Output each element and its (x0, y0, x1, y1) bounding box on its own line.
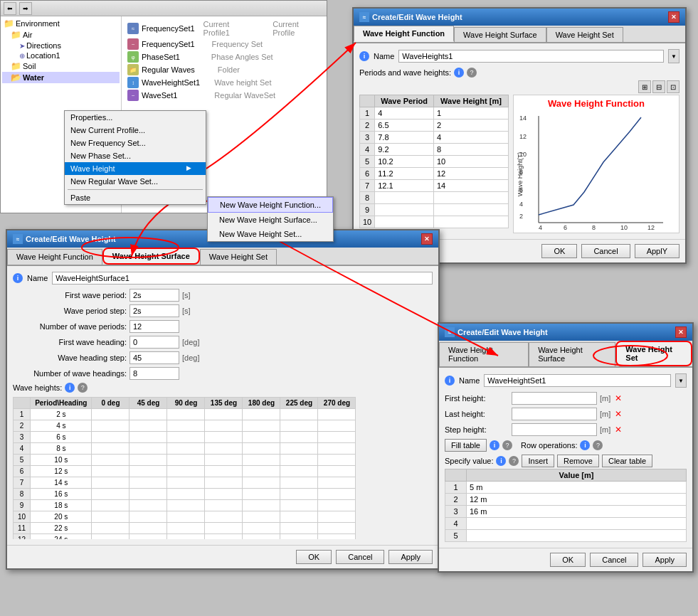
ctx-properties[interactable]: Properties... (65, 111, 206, 124)
val-input[interactable] (322, 422, 351, 430)
val-input[interactable] (285, 445, 313, 452)
val-input[interactable] (134, 456, 162, 464)
period-cell[interactable] (375, 168, 434, 180)
val-cell-6[interactable] (318, 466, 356, 477)
val-input[interactable] (209, 524, 238, 532)
val-cell-4[interactable] (243, 523, 280, 534)
val-cell-1[interactable] (129, 420, 167, 432)
val-input[interactable] (134, 422, 162, 430)
tab-whs-function[interactable]: Wave Height Function (7, 249, 102, 265)
period-cell[interactable] (375, 132, 434, 144)
tree-right-current-profile[interactable]: ≈ FrequencySet1 Current Profile1 Current… (125, 19, 324, 38)
val-input[interactable] (134, 524, 162, 532)
ctx-new-phase[interactable]: New Phase Set... (65, 149, 206, 162)
val-cell-0[interactable] (92, 443, 129, 455)
tbl-icon-3[interactable]: ⊡ (667, 80, 680, 93)
val-cell-3[interactable] (205, 489, 243, 500)
wset-remove-btn[interactable]: Remove (557, 455, 599, 467)
val-input[interactable] (96, 433, 125, 441)
val-input[interactable] (285, 422, 313, 430)
val-cell-4[interactable] (243, 500, 280, 511)
val-cell-6[interactable] (318, 443, 356, 455)
val-input[interactable] (285, 513, 313, 521)
period-input[interactable] (378, 157, 421, 166)
tab-wave-height-surface[interactable]: Wave Height Surface (454, 27, 546, 42)
val-input[interactable] (209, 479, 238, 487)
val-cell-3[interactable] (205, 500, 243, 511)
period-input[interactable] (378, 145, 421, 154)
val-cell-0[interactable] (92, 409, 129, 420)
val-cell-5[interactable] (280, 420, 318, 432)
wset-step-height-input[interactable] (512, 423, 597, 436)
val-cell-5[interactable] (280, 466, 318, 477)
tab-wset-set[interactable]: Wave Height Set (615, 341, 692, 366)
tab-wset-function[interactable]: Wave Height Function (439, 342, 529, 366)
tree-item-soil[interactable]: 📁 Soil (2, 60, 120, 72)
val-cell-2[interactable] (167, 477, 205, 489)
val-cell-5[interactable] (280, 443, 318, 455)
val-cell-6[interactable] (318, 455, 356, 466)
val-cell-5[interactable] (280, 511, 318, 523)
period-cell[interactable] (375, 107, 434, 120)
wset-name-input[interactable] (484, 374, 671, 387)
ctx-sub-new-set[interactable]: New Wave Height Set... (208, 227, 333, 241)
period-input[interactable] (378, 121, 421, 129)
val-cell-0[interactable] (92, 477, 129, 489)
val-cell-1[interactable] (129, 489, 167, 500)
val-cell-2[interactable] (167, 420, 205, 432)
val-input[interactable] (322, 467, 351, 475)
val-cell-4[interactable] (243, 443, 280, 455)
val-input[interactable] (247, 456, 275, 464)
tab-wave-height-function[interactable]: Wave Height Function (354, 26, 454, 42)
height-cell[interactable] (433, 216, 508, 228)
dlg-whs-close[interactable]: ✕ (421, 233, 433, 245)
height-cell[interactable] (433, 204, 508, 216)
toolbar-btn-2[interactable]: ➡ (19, 2, 32, 15)
val-input[interactable] (134, 490, 162, 498)
val-cell-3[interactable] (205, 409, 243, 420)
val-input[interactable] (322, 433, 351, 441)
value-cell[interactable] (467, 518, 687, 530)
val-cell-4[interactable] (243, 534, 280, 540)
val-cell-6[interactable] (318, 534, 356, 540)
ctx-sub-new-function[interactable]: New Wave Height Function... (208, 197, 333, 213)
val-input[interactable] (96, 445, 125, 452)
val-input[interactable] (285, 467, 313, 475)
val-input[interactable] (285, 490, 313, 498)
val-input[interactable] (285, 410, 313, 418)
val-cell-5[interactable] (280, 477, 318, 489)
val-cell-1[interactable] (129, 534, 167, 540)
wset-first-height-input[interactable] (512, 392, 597, 405)
val-cell-3[interactable] (205, 477, 243, 489)
val-cell-1[interactable] (129, 511, 167, 523)
val-input[interactable] (322, 456, 351, 464)
wset-apply-btn[interactable]: Apply (643, 553, 687, 567)
val-cell-6[interactable] (318, 511, 356, 523)
val-input[interactable] (209, 467, 238, 475)
val-cell-5[interactable] (280, 500, 318, 511)
height-input[interactable] (437, 218, 480, 226)
height-cell[interactable] (433, 107, 508, 120)
period-input[interactable] (378, 109, 421, 117)
val-cell-4[interactable] (243, 432, 280, 443)
whs-num-headings-input[interactable] (129, 367, 179, 380)
whs-first-heading-input[interactable] (129, 336, 179, 349)
val-cell-2[interactable] (167, 500, 205, 511)
val-cell-1[interactable] (129, 432, 167, 443)
val-cell-2[interactable] (167, 511, 205, 523)
value-cell[interactable] (467, 530, 687, 542)
val-cell-0[interactable] (92, 500, 129, 511)
val-cell-1[interactable] (129, 466, 167, 477)
period-input[interactable] (378, 169, 421, 178)
whf-name-dropdown[interactable]: ▼ (668, 49, 680, 63)
val-cell-4[interactable] (243, 409, 280, 420)
period-input[interactable] (378, 218, 421, 226)
toolbar-btn-1[interactable]: ⬅ (4, 2, 16, 15)
tbl-icon-1[interactable]: ⊞ (638, 80, 651, 93)
value-cell[interactable]: 16 m (467, 506, 687, 518)
val-cell-5[interactable] (280, 455, 318, 466)
height-cell[interactable] (433, 132, 508, 144)
val-cell-4[interactable] (243, 477, 280, 489)
val-cell-1[interactable] (129, 443, 167, 455)
val-input[interactable] (247, 524, 275, 532)
